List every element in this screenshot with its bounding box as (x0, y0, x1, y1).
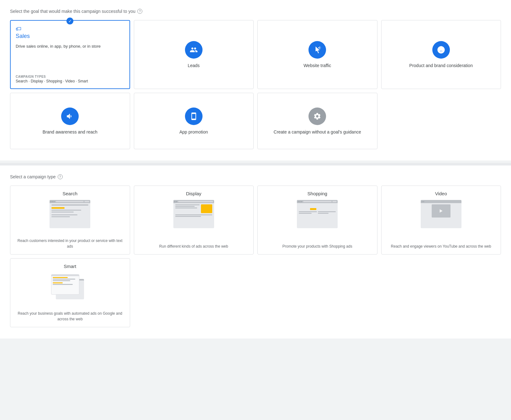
video-card-desc: Reach and engage viewers on YouTube and … (391, 244, 491, 249)
goals-help-icon[interactable]: ? (137, 9, 142, 14)
search-card-desc: Reach customers interested in your produ… (14, 238, 126, 249)
goal-card-sales[interactable]: ✓ 🏷 Sales Drive sales online, in app, by… (10, 20, 130, 89)
search-card-title: Search (62, 191, 77, 196)
smart-card-title: Smart (64, 264, 76, 269)
campaign-types-value: Search · Display · Shopping · Video · Sm… (16, 79, 124, 83)
campaign-card-smart[interactable]: Smart (10, 258, 130, 327)
campaign-card-shopping[interactable]: Shopping (257, 186, 377, 255)
video-card-title: Video (435, 191, 447, 196)
app-promotion-label: App promotion (179, 129, 208, 134)
campaign-type-section: Select a campaign type ? Search (0, 165, 511, 339)
tag-icon: 🏷 (16, 26, 21, 32)
leads-card-label: Leads (188, 63, 200, 68)
goal-card-product-brand[interactable]: Product and brand consideration (381, 20, 501, 89)
goals-section-title: Select the goal that would make this cam… (10, 9, 501, 14)
shopping-mockup (297, 200, 338, 228)
goal-card-app-promotion[interactable]: App promotion (134, 93, 254, 149)
sales-card-title: Sales (16, 33, 30, 39)
campaign-type-row-1: Search (10, 186, 501, 255)
goal-card-no-guidance[interactable]: Create a campaign without a goal's guida… (257, 93, 377, 149)
campaign-card-display[interactable]: Display (134, 186, 254, 255)
goals-row-2: Brand awareness and reach App promotion … (10, 93, 501, 149)
shopping-card-desc: Promote your products with Shopping ads (282, 244, 352, 249)
svg-point-0 (319, 47, 320, 48)
product-brand-label: Product and brand consideration (409, 63, 473, 68)
display-card-desc: Run different kinds of ads across the we… (159, 244, 228, 249)
display-mockup (173, 200, 214, 228)
campaign-card-search[interactable]: Search (10, 186, 130, 255)
website-traffic-icon (308, 41, 326, 59)
smart-mockup (50, 273, 90, 301)
goal-card-leads[interactable]: Leads (134, 20, 254, 89)
app-promotion-icon (185, 108, 203, 125)
smart-card-desc: Reach your business goals with automated… (14, 311, 126, 322)
search-mockup (50, 200, 90, 228)
goals-section: Select the goal that would make this cam… (0, 0, 511, 160)
goals-row-1: ✓ 🏷 Sales Drive sales online, in app, by… (10, 20, 501, 89)
video-mockup (421, 200, 461, 228)
brand-awareness-label: Brand awareness and reach (43, 129, 97, 134)
brand-awareness-icon (61, 108, 79, 125)
selected-checkmark: ✓ (66, 18, 73, 24)
shopping-card-title: Shopping (308, 191, 327, 196)
campaign-type-section-title: Select a campaign type ? (10, 174, 501, 179)
campaign-type-help-icon[interactable]: ? (58, 174, 63, 179)
campaign-type-title-text: Select a campaign type (10, 174, 56, 179)
website-traffic-label: Website traffic (303, 63, 331, 68)
display-card-title: Display (186, 191, 201, 196)
no-guidance-label: Create a campaign without a goal's guida… (274, 129, 361, 134)
sales-card-desc: Drive sales online, in app, by phone, or… (16, 43, 101, 50)
campaign-card-video[interactable]: Video Reach and engage viewers on YouTub… (381, 186, 501, 255)
section-divider (0, 163, 511, 165)
campaign-types-label: CAMPAIGN TYPES (16, 75, 124, 78)
leads-icon (185, 41, 203, 59)
goal-card-website-traffic[interactable]: Website traffic (257, 20, 377, 89)
product-brand-icon (432, 41, 450, 59)
goal-card-brand-awareness[interactable]: Brand awareness and reach (10, 93, 130, 149)
goals-title-text: Select the goal that would make this cam… (10, 9, 135, 14)
campaign-type-row-2: Smart (10, 258, 501, 327)
no-guidance-icon (308, 108, 326, 125)
